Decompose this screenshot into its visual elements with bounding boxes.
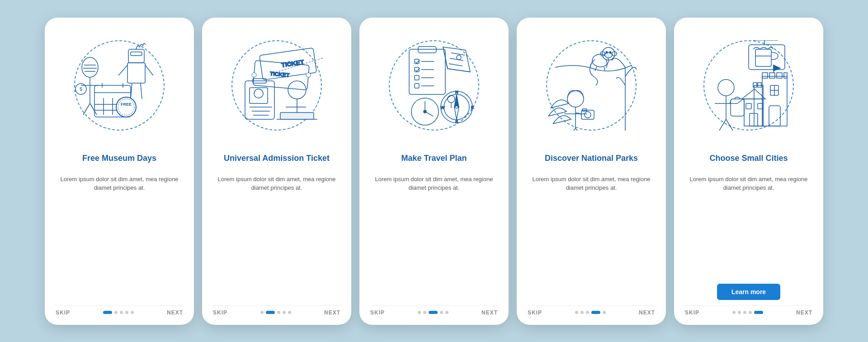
svg-rect-98 [762, 76, 787, 126]
card3-title: Make Travel Plan [401, 148, 467, 169]
svg-rect-10 [127, 63, 145, 83]
card1-dots [103, 311, 134, 314]
svg-rect-99 [762, 73, 768, 78]
svg-point-60 [457, 55, 461, 60]
svg-rect-101 [777, 73, 782, 78]
svg-text:N: N [455, 90, 458, 94]
dot [277, 311, 280, 314]
dot [288, 311, 291, 314]
dot-active [266, 311, 275, 314]
dot-active [103, 311, 112, 314]
illustration-cities [694, 31, 803, 140]
svg-rect-100 [769, 73, 775, 78]
card4-dots [575, 311, 606, 314]
svg-marker-68 [454, 107, 459, 120]
dot [586, 311, 589, 314]
learn-more-button[interactable]: Learn more [717, 284, 780, 300]
travel-svg: N S E W [384, 40, 484, 131]
svg-rect-8 [128, 49, 144, 63]
dot [575, 311, 578, 314]
card3-next[interactable]: NEXT [481, 309, 498, 316]
card2-dots [260, 311, 291, 314]
svg-rect-102 [784, 73, 787, 78]
svg-text:TICKET: TICKET [270, 70, 290, 78]
svg-line-64 [425, 112, 433, 116]
dot [603, 311, 606, 314]
svg-text:W: W [441, 105, 445, 110]
card-free-museum-days: FREE $ Free Museum Days Lorem ipsum dolo… [45, 18, 194, 325]
dot [732, 311, 736, 314]
free-badge [116, 97, 136, 117]
card5-dots [732, 311, 763, 314]
card1-next[interactable]: NEXT [167, 309, 183, 316]
card2-next[interactable]: NEXT [324, 309, 340, 316]
dot [120, 311, 123, 314]
screens-container: FREE $ Free Museum Days Lorem ipsum dolo… [36, 4, 832, 338]
svg-text:E: E [471, 105, 474, 110]
svg-line-59 [449, 64, 462, 66]
svg-rect-110 [753, 83, 757, 87]
card5-desc: Lorem ipsum dolor sit dim amet, mea regi… [685, 175, 812, 276]
svg-marker-108 [774, 65, 780, 71]
svg-line-88 [569, 128, 576, 131]
card4-nav: SKIP NEXT [528, 305, 655, 316]
dot [260, 311, 264, 314]
card4-skip[interactable]: SKIP [528, 309, 542, 316]
svg-rect-9 [131, 52, 142, 56]
svg-point-38 [254, 89, 263, 98]
illustration-parks [537, 31, 646, 140]
card5-next[interactable]: NEXT [796, 309, 812, 316]
card3-nav: SKIP NEXT [370, 305, 498, 316]
svg-line-12 [145, 65, 153, 75]
svg-rect-55 [415, 84, 419, 88]
card3-dots [418, 311, 448, 314]
dot [440, 311, 443, 314]
svg-rect-53 [415, 75, 419, 80]
svg-line-14 [141, 83, 142, 99]
svg-text:FREE: FREE [121, 102, 132, 107]
svg-rect-46 [280, 112, 314, 119]
dot [125, 311, 128, 314]
card1-title: Free Museum Days [82, 148, 156, 169]
svg-point-85 [567, 91, 584, 107]
card-small-cities: Choose Small Cities Lorem ipsum dolor si… [674, 18, 823, 325]
svg-point-81 [609, 52, 611, 53]
card3-skip[interactable]: SKIP [370, 309, 385, 316]
dot [743, 311, 746, 314]
svg-line-11 [118, 65, 127, 75]
svg-rect-94 [755, 49, 771, 66]
card5-title: Choose Small Cities [709, 148, 788, 169]
svg-marker-67 [454, 94, 459, 107]
svg-rect-103 [769, 106, 780, 126]
svg-line-57 [451, 53, 465, 55]
dot [114, 311, 118, 314]
svg-rect-111 [758, 83, 761, 87]
dot [749, 311, 752, 314]
dot [423, 311, 426, 314]
dot [131, 311, 134, 314]
svg-rect-109 [754, 85, 763, 126]
museum-svg: FREE $ [70, 40, 169, 131]
svg-point-112 [718, 80, 734, 96]
ticket-svg: TICKET TICKET [227, 40, 326, 131]
illustration-travel: N S E W [380, 31, 488, 140]
svg-line-3 [83, 103, 90, 115]
card4-next[interactable]: NEXT [639, 309, 655, 316]
card-national-parks: Discover National Parks Lorem ipsum dolo… [517, 18, 666, 325]
card3-desc: Lorem ipsum dolor sit dim amet, mea regi… [370, 175, 498, 298]
dot [418, 311, 421, 314]
card5-skip[interactable]: SKIP [685, 309, 699, 316]
card4-desc: Lorem ipsum dolor sit dim amet, mea regi… [528, 175, 655, 298]
card-travel-plan: N S E W Make Travel Plan Lorem ipsum dol… [359, 18, 509, 325]
svg-line-89 [576, 128, 582, 131]
svg-point-0 [82, 57, 98, 77]
svg-rect-117 [731, 99, 744, 116]
svg-point-33 [252, 73, 256, 77]
svg-line-4 [90, 103, 97, 115]
dot [738, 311, 741, 314]
svg-text:S: S [455, 119, 458, 124]
card1-skip[interactable]: SKIP [56, 309, 70, 316]
svg-line-119 [737, 99, 743, 103]
card2-skip[interactable]: SKIP [213, 309, 227, 316]
dot-active [591, 311, 600, 314]
